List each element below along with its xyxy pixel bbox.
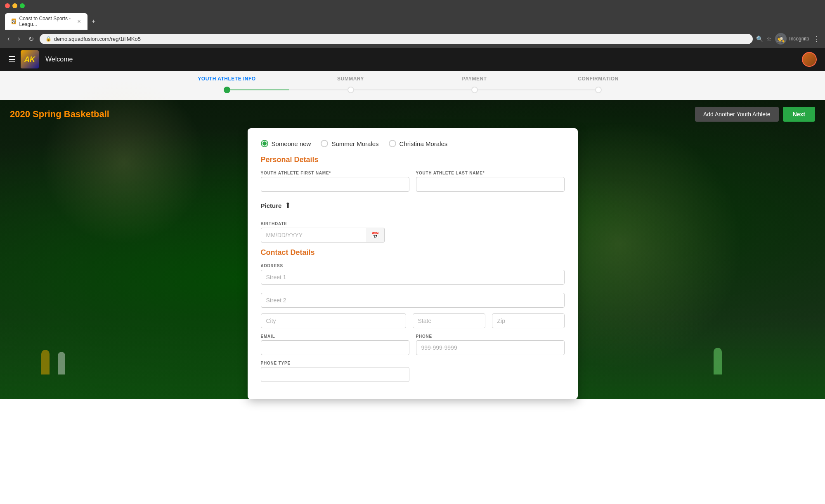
maximize-dot[interactable]	[20, 3, 25, 8]
step-label-summary: SUMMARY	[337, 76, 364, 82]
last-name-label: YOUTH ATHLETE LAST NAME*	[416, 171, 565, 175]
city-group	[261, 313, 406, 328]
last-name-input[interactable]	[416, 177, 565, 192]
step-dot-row-confirmation	[537, 87, 660, 93]
picture-row: Picture ⬆	[261, 198, 565, 213]
logo-image: AK	[21, 50, 39, 68]
content-bar: 2020 Spring Basketball Add Another Youth…	[0, 100, 825, 128]
radio-someone-new[interactable]: Someone new	[261, 140, 311, 147]
step-dot-payment	[471, 87, 478, 93]
phone-type-row: PHONE TYPE	[261, 361, 565, 382]
address-label: ADDRESS	[261, 264, 565, 268]
birthdate-input-wrapper: 📅	[261, 228, 385, 243]
header-right	[802, 52, 817, 67]
zip-group	[492, 313, 565, 328]
step-dot-youth	[224, 87, 230, 93]
name-row: YOUTH ATHLETE FIRST NAME* YOUTH ATHLETE …	[261, 171, 565, 192]
step-dot-row-payment	[413, 87, 537, 93]
birthdate-input[interactable]	[261, 228, 366, 243]
step-line-after-1	[230, 89, 289, 90]
new-tab-button[interactable]: +	[87, 15, 99, 28]
back-button[interactable]: ‹	[5, 34, 12, 43]
content-bar-actions: Add Another Youth Athlete Next	[695, 107, 815, 122]
next-button[interactable]: Next	[783, 107, 815, 122]
calendar-button[interactable]: 📅	[366, 228, 385, 243]
first-name-group: YOUTH ATHLETE FIRST NAME*	[261, 171, 409, 192]
step-label-youth: YOUTH ATHLETE INFO	[198, 76, 255, 82]
zip-input[interactable]	[492, 313, 565, 328]
step-dot-row-summary	[289, 87, 413, 93]
browser-nav: ‹ › ↻ 🔒 demo.squadfusion.com/reg/1iliMKo…	[0, 30, 825, 48]
radio-circle-christina	[389, 140, 396, 147]
browser-chrome: ⚽ Coast to Coast Sports - Leagu... ✕ + ‹…	[0, 0, 825, 48]
radio-summer-morales[interactable]: Summer Morales	[321, 140, 378, 147]
bookmark-icon[interactable]: ☆	[766, 35, 772, 42]
street1-input[interactable]	[261, 270, 565, 285]
search-icon[interactable]: 🔍	[756, 35, 763, 42]
step-dot-row-youth	[165, 87, 289, 93]
minimize-dot[interactable]	[12, 3, 17, 8]
registration-form-card: Someone new Summer Morales Christina Mor…	[248, 128, 578, 399]
tab-favicon: ⚽	[12, 19, 16, 24]
step-line-before-2	[289, 89, 347, 90]
address-bar[interactable]: 🔒 demo.squadfusion.com/reg/1iliMKo5	[40, 34, 753, 44]
radio-label-someone-new: Someone new	[272, 140, 311, 147]
step-dot-summary	[347, 87, 354, 93]
state-group	[413, 313, 485, 328]
phone-type-input[interactable]	[261, 367, 409, 382]
step-line-after-2	[354, 89, 413, 90]
email-input[interactable]	[261, 340, 409, 355]
active-tab[interactable]: ⚽ Coast to Coast Sports - Leagu... ✕	[5, 13, 87, 30]
radio-christina-morales[interactable]: Christina Morales	[389, 140, 448, 147]
user-avatar[interactable]	[802, 52, 817, 67]
step-label-payment: PAYMENT	[462, 76, 487, 82]
step-summary: SUMMARY	[289, 71, 413, 100]
lock-icon: 🔒	[45, 36, 52, 42]
step-label-confirmation: CONFIRMATION	[578, 76, 618, 82]
browser-dots	[5, 3, 25, 8]
reload-button[interactable]: ↻	[26, 34, 36, 44]
add-another-athlete-button[interactable]: Add Another Youth Athlete	[695, 107, 779, 122]
close-dot[interactable]	[5, 3, 10, 8]
city-input[interactable]	[261, 313, 406, 328]
first-name-input[interactable]	[261, 177, 409, 192]
phone-input[interactable]	[416, 340, 565, 355]
street2-input[interactable]	[261, 293, 565, 308]
hamburger-menu-button[interactable]: ☰	[8, 54, 16, 64]
phone-group: PHONE	[416, 334, 565, 355]
step-line-after-3	[478, 89, 537, 90]
header-welcome-label: Welcome	[45, 56, 73, 63]
app-logo: AK	[21, 50, 39, 68]
picture-label: Picture	[261, 202, 282, 209]
menu-dots-icon[interactable]: ⋮	[813, 34, 820, 43]
step-youth-athlete-info: YOUTH ATHLETE INFO	[165, 71, 289, 100]
email-phone-row: EMAIL PHONE	[261, 334, 565, 355]
birthdate-row: BIRTHDATE 📅	[261, 221, 565, 243]
radio-circle-summer	[321, 140, 328, 147]
athlete-selection-group: Someone new Summer Morales Christina Mor…	[261, 140, 565, 147]
personal-details-heading: Personal Details	[261, 155, 565, 164]
phone-label: PHONE	[416, 334, 565, 339]
incognito-indicator: 🕵 Incognito	[775, 33, 809, 45]
street2-row	[261, 293, 565, 308]
upload-icon[interactable]: ⬆	[285, 201, 291, 210]
phone-type-label: PHONE TYPE	[261, 361, 409, 365]
email-label: EMAIL	[261, 334, 409, 339]
last-name-group: YOUTH ATHLETE LAST NAME*	[416, 171, 565, 192]
radio-circle-someone-new	[261, 140, 268, 147]
step-line-before-4	[537, 89, 595, 90]
tab-title: Coast to Coast Sports - Leagu...	[19, 16, 73, 27]
tab-bar: ⚽ Coast to Coast Sports - Leagu... ✕ +	[0, 12, 825, 30]
forward-button[interactable]: ›	[15, 34, 22, 43]
first-name-label: YOUTH ATHLETE FIRST NAME*	[261, 171, 409, 175]
address-group: ADDRESS	[261, 264, 565, 289]
radio-label-christina: Christina Morales	[399, 140, 448, 147]
tab-close-button[interactable]: ✕	[77, 19, 81, 24]
step-confirmation: CONFIRMATION	[537, 71, 660, 100]
progress-steps: YOUTH ATHLETE INFO SUMMARY PAYMENT	[165, 71, 660, 100]
app-header: ☰ AK Welcome	[0, 48, 825, 71]
step-line-before-3	[413, 89, 471, 90]
step-payment: PAYMENT	[413, 71, 537, 100]
state-input[interactable]	[413, 313, 485, 328]
street2-group	[261, 293, 565, 308]
